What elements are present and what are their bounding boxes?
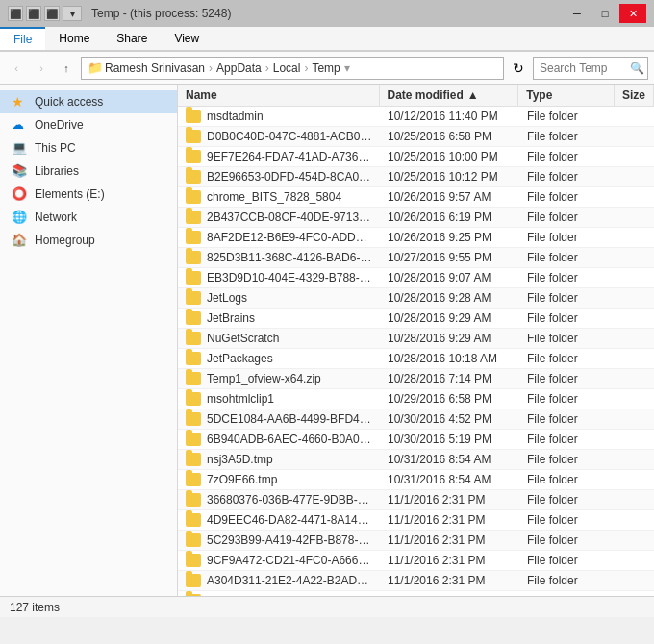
sidebar-item-quick-access[interactable]: ★ Quick access: [0, 90, 177, 113]
maximize-button[interactable]: □: [591, 4, 618, 23]
col-header-type[interactable]: Type: [518, 85, 615, 106]
col-header-name[interactable]: Name: [178, 85, 380, 106]
title-bar-icon-2[interactable]: ⬛: [26, 6, 41, 21]
file-type-cell: File folder: [519, 571, 616, 590]
file-name-text: 9EF7E264-FDA7-41AD-A736-67...: [207, 150, 372, 163]
folder-icon: [186, 433, 201, 446]
sidebar-label-libraries: Libraries: [35, 164, 79, 178]
table-row[interactable]: 825D3B11-368C-4126-BAD6-2F... 10/27/2016…: [178, 248, 654, 268]
file-type-cell: File folder: [519, 147, 616, 166]
search-box: 🔍: [533, 57, 648, 80]
file-date-cell: 11/1/2016 2:31 PM: [380, 591, 519, 596]
title-bar-icon-1[interactable]: ⬛: [8, 6, 23, 21]
quick-access-toolbar[interactable]: ▾: [63, 6, 82, 21]
address-path[interactable]: 📁 Ramesh Srinivasan › AppData › Local › …: [81, 57, 504, 80]
file-date-cell: 10/25/2016 6:58 PM: [380, 127, 519, 146]
ribbon: File Home Share View: [0, 27, 654, 52]
file-name-text: 825D3B11-368C-4126-BAD6-2F...: [207, 251, 372, 264]
status-bar: 127 items: [0, 596, 654, 617]
table-row[interactable]: 5C293B99-A419-42FB-B878-28... 11/1/2016 …: [178, 531, 654, 551]
up-button[interactable]: ↑: [56, 58, 77, 79]
file-name-cell: CDAF645E-82DD-46FB-9F9E-E8...: [178, 591, 380, 596]
file-name-cell: nsj3A5D.tmp: [178, 450, 380, 469]
col-header-size[interactable]: Size: [615, 85, 654, 106]
table-row[interactable]: D0B0C40D-047C-4881-ACB0-D... 10/25/2016 …: [178, 127, 654, 147]
tab-file[interactable]: File: [0, 27, 45, 50]
table-row[interactable]: chrome_BITS_7828_5804 10/26/2016 9:57 AM…: [178, 187, 654, 208]
file-date-cell: 10/29/2016 6:58 PM: [380, 389, 519, 409]
file-type-cell: File folder: [519, 531, 616, 550]
table-row[interactable]: JetLogs 10/28/2016 9:28 AM File folder: [178, 288, 654, 309]
table-row[interactable]: JetPackages 10/28/2016 10:18 AM File fol…: [178, 349, 654, 369]
col-header-date[interactable]: Date modified ▲: [380, 85, 519, 106]
file-name-cell: msohtmlclip1: [178, 389, 380, 409]
table-row[interactable]: Temp1_ofview-x64.zip 10/28/2016 7:14 PM …: [178, 369, 654, 389]
drive-icon: ⭕: [12, 186, 27, 202]
sidebar-item-homegroup[interactable]: 🏠 Homegroup: [0, 229, 177, 252]
file-date-cell: 10/28/2016 9:29 AM: [380, 329, 519, 348]
sidebar-item-elements[interactable]: ⭕ Elements (E:): [0, 183, 177, 206]
table-row[interactable]: EB3D9D10-404E-4329-B788-9D... 10/28/2016…: [178, 268, 654, 288]
network-icon: 🌐: [12, 210, 27, 225]
file-name-cell: EB3D9D10-404E-4329-B788-9D...: [178, 268, 380, 287]
file-name-text: 4D9EEC46-DA82-4471-8A14-23...: [207, 513, 372, 527]
tab-view[interactable]: View: [161, 27, 213, 50]
file-name-text: B2E96653-0DFD-454D-8CA0-06...: [207, 170, 372, 184]
table-row[interactable]: msohtmlclip1 10/29/2016 6:58 PM File fol…: [178, 389, 654, 409]
sidebar-item-network[interactable]: 🌐 Network: [0, 206, 177, 229]
computer-icon: 💻: [12, 140, 27, 156]
folder-icon: [186, 453, 201, 466]
file-date-cell: 10/31/2016 8:54 AM: [380, 470, 519, 489]
table-row[interactable]: 9CF9A472-CD21-4FC0-A666-A... 11/1/2016 2…: [178, 551, 654, 571]
folder-icon: [186, 311, 201, 325]
sidebar-item-onedrive[interactable]: ☁ OneDrive: [0, 113, 177, 136]
table-row[interactable]: 7zO9E66.tmp 10/31/2016 8:54 AM File fold…: [178, 470, 654, 490]
file-size-cell: [616, 315, 654, 321]
table-row[interactable]: JetBrains 10/28/2016 9:29 AM File folder: [178, 309, 654, 329]
file-size-cell: [616, 457, 654, 462]
search-icon: 🔍: [630, 62, 644, 75]
title-bar-icon-3[interactable]: ⬛: [44, 6, 60, 21]
forward-button[interactable]: ›: [31, 58, 52, 79]
table-row[interactable]: NuGetScratch 10/28/2016 9:29 AM File fol…: [178, 329, 654, 349]
back-button[interactable]: ‹: [6, 58, 27, 79]
minimize-button[interactable]: ─: [564, 4, 591, 23]
sidebar-item-this-pc[interactable]: 💻 This PC: [0, 136, 177, 160]
table-row[interactable]: 6B940ADB-6AEC-4660-B0A0-6... 10/30/2016 …: [178, 430, 654, 450]
file-name-text: 5DCE1084-AA6B-4499-BFD4-A...: [207, 412, 372, 426]
table-row[interactable]: 2B437CCB-08CF-40DE-9713-0... 10/26/2016 …: [178, 208, 654, 228]
table-row[interactable]: 4D9EEC46-DA82-4471-8A14-23... 11/1/2016 …: [178, 510, 654, 531]
file-date-cell: 10/26/2016 9:57 AM: [380, 187, 519, 207]
file-type-cell: File folder: [519, 288, 616, 308]
file-name-text: JetBrains: [207, 311, 255, 325]
table-row[interactable]: CDAF645E-82DD-46FB-9F9E-E8... 11/1/2016 …: [178, 591, 654, 596]
file-name-text: chrome_BITS_7828_5804: [207, 190, 341, 204]
folder-icon: [186, 372, 201, 385]
file-name-text: nsj3A5D.tmp: [207, 453, 273, 466]
close-button[interactable]: ✕: [619, 4, 646, 23]
file-type-cell: File folder: [519, 369, 616, 388]
file-name-cell: D0B0C40D-047C-4881-ACB0-D...: [178, 127, 380, 146]
search-input[interactable]: [540, 62, 626, 75]
file-size-cell: [616, 214, 654, 220]
file-name-text: 6B940ADB-6AEC-4660-B0A0-6...: [207, 433, 372, 446]
table-row[interactable]: 5DCE1084-AA6B-4499-BFD4-A... 10/30/2016 …: [178, 409, 654, 430]
sidebar-item-libraries[interactable]: 📚 Libraries: [0, 160, 177, 183]
file-size-cell: [616, 134, 654, 139]
star-icon: ★: [12, 94, 27, 110]
table-row[interactable]: msdtadmin 10/12/2016 11:40 PM File folde…: [178, 107, 654, 127]
table-row[interactable]: 8AF2DE12-B6E9-4FC0-ADDB-C... 10/26/2016 …: [178, 228, 654, 248]
table-row[interactable]: 36680376-036B-477E-9DBB-663... 11/1/2016…: [178, 490, 654, 510]
file-name-text: 7zO9E66.tmp: [207, 473, 277, 486]
address-bar: ‹ › ↑ 📁 Ramesh Srinivasan › AppData › Lo…: [0, 52, 654, 85]
file-size-cell: [616, 194, 654, 200]
table-row[interactable]: nsj3A5D.tmp 10/31/2016 8:54 AM File fold…: [178, 450, 654, 470]
file-size-cell: [616, 255, 654, 260]
tab-home[interactable]: Home: [45, 27, 103, 50]
tab-share[interactable]: Share: [103, 27, 161, 50]
table-row[interactable]: A304D311-21E2-4A22-B2AD-8... 11/1/2016 2…: [178, 571, 654, 591]
table-row[interactable]: 9EF7E264-FDA7-41AD-A736-67... 10/25/2016…: [178, 147, 654, 167]
refresh-button[interactable]: ↻: [508, 58, 529, 79]
table-row[interactable]: B2E96653-0DFD-454D-8CA0-06... 10/25/2016…: [178, 167, 654, 187]
file-list[interactable]: Name Date modified ▲ Type Size msdtadmin…: [178, 85, 654, 596]
